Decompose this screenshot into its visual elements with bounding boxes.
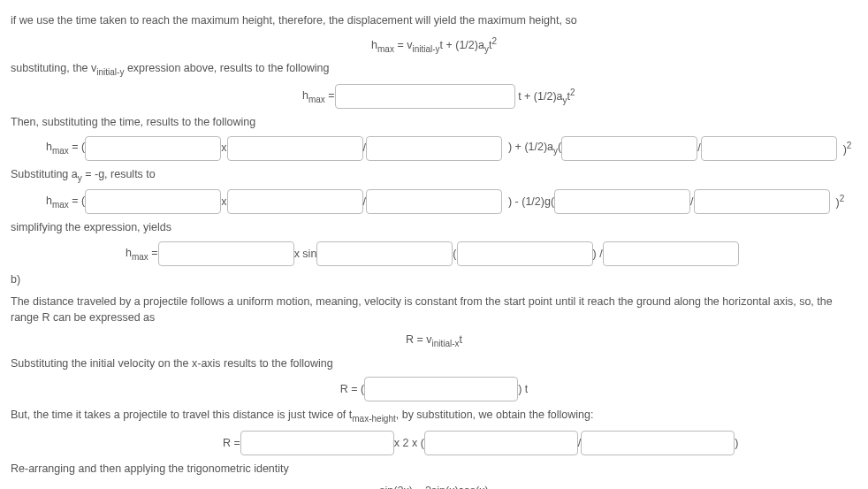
eq3-midtxt: ) + (1/2)a	[506, 141, 554, 153]
eq1-after: t + (1/2)a	[440, 39, 484, 51]
eq4-mid: ) - (1/2)g(	[502, 194, 554, 210]
line8-after: , by substitution, we obtain the followi…	[396, 409, 594, 421]
line2-after: expression above, results to the followi…	[124, 62, 329, 74]
eq9-text: sin(2x) = 2sin(x)cos(x)	[379, 483, 488, 489]
eq4-midtxt: ) - (1/2)g(	[506, 195, 555, 208]
line9-text: Re-arranging and then applying the trigo…	[11, 461, 857, 478]
equation-4-row: hmax = ( x / ) - (1/2)g( / )2	[46, 189, 857, 214]
line8-pre: But, the time it takes a projectile to t…	[11, 409, 352, 421]
eq3-input5[interactable]	[701, 136, 837, 161]
eq5-input4[interactable]	[603, 241, 739, 266]
line2-sub: initial-y	[96, 67, 124, 77]
eq3-input4[interactable]	[561, 136, 697, 161]
eq3-input3[interactable]	[366, 136, 502, 161]
eq5-xsin: x sin	[294, 246, 317, 263]
eq7-pre: R = (	[340, 381, 364, 398]
eq4-close: )2	[830, 192, 845, 211]
eq5-open: (	[453, 246, 456, 263]
eq5-input2[interactable]	[316, 241, 453, 266]
eq5-input3[interactable]	[457, 241, 593, 266]
eq4-input1[interactable]	[85, 189, 221, 214]
line7-text: Substituting the initial velocity on the…	[11, 355, 857, 372]
eq4-hmax: hmax = (	[46, 193, 85, 211]
eq3-input2[interactable]	[227, 136, 363, 161]
eq1-h: h	[371, 39, 377, 51]
eq1-max: max	[377, 43, 394, 53]
eq6-sub: initial-x	[431, 339, 459, 348]
eq5-input1[interactable]	[158, 241, 294, 266]
part-b-label: b)	[11, 271, 857, 288]
eq6-text: R = vinitial-xt	[406, 332, 462, 350]
eq8-pre: R =	[223, 435, 240, 452]
line8-text: But, the time it takes a projectile to t…	[11, 407, 857, 425]
eq4-input2[interactable]	[227, 189, 363, 214]
eq4-x: x	[221, 194, 226, 210]
equation-9: sin(2x) = 2sin(x)cos(x)	[11, 483, 857, 489]
eq2-mid: t + (1/2)ayt2	[515, 86, 575, 107]
eq2-hmax: hmax =	[302, 88, 335, 106]
eq3-mid: ) + (1/2)ay(	[502, 139, 561, 157]
equation-6: R = vinitial-xt	[11, 332, 857, 350]
eq3-closetxt: )	[840, 143, 847, 156]
eq8-mid: x 2 x (	[394, 435, 424, 452]
equation-3-row: hmax = ( x / ) + (1/2)ay( / )2	[46, 136, 857, 161]
eq2-sup: 2	[570, 88, 575, 97]
eq7-close: ) t	[518, 381, 528, 398]
equation-7-row: R = ( ) t	[11, 377, 857, 401]
line5-text: simplifying the expression, yields	[11, 219, 857, 236]
eq5-close: ) /	[593, 246, 603, 263]
eq4-closetxt: )	[833, 196, 840, 209]
eq4-input4[interactable]	[554, 189, 690, 214]
line4-text: Substituting ay = -g, results to	[11, 166, 857, 185]
eq4-input3[interactable]	[366, 189, 502, 214]
eq4-h: h	[46, 195, 52, 207]
line4-after: = -g, results to	[82, 168, 156, 180]
eq8-input3[interactable]	[581, 431, 735, 455]
equation-8-row: R = x 2 x ( / )	[223, 431, 857, 455]
eq5-eq: =	[148, 247, 158, 259]
eq3-close: )2	[837, 139, 852, 158]
eq8-close: )	[735, 435, 738, 452]
eq2-eq: =	[325, 89, 335, 102]
equation-5-row: hmax = x sin ( ) /	[126, 241, 857, 266]
eq2-h: h	[302, 89, 308, 102]
line2-pre: substituting, the v	[11, 62, 96, 74]
eq3-hmax: hmax = (	[46, 139, 85, 157]
line3-text: Then, substituting the time, results to …	[11, 114, 857, 131]
eq2-max: max	[308, 94, 325, 103]
line4-pre: Substituting a	[11, 168, 78, 180]
eq2-midtxt: t + (1/2)a	[518, 90, 562, 103]
line2-text: substituting, the vinitial-y expression …	[11, 60, 857, 79]
equation-2-row: hmax = t + (1/2)ayt2	[302, 84, 857, 109]
eq1-vinit: initial-y	[412, 43, 439, 53]
eq3-h: h	[46, 141, 52, 153]
eq4-eq: = (	[69, 195, 85, 207]
eq3-sup: 2	[847, 141, 852, 150]
eq3-max: max	[52, 146, 69, 156]
eq2-input1[interactable]	[335, 84, 515, 109]
eq4-max: max	[52, 199, 69, 209]
equation-1: hmax = vinitial-yt + (1/2)ayt2	[11, 34, 857, 56]
eq8-input2[interactable]	[424, 431, 578, 455]
eq8-input1[interactable]	[240, 431, 394, 455]
line8-sub: max-height	[352, 414, 395, 424]
eq3-x: x	[221, 140, 226, 157]
eq3-eq: = (	[69, 141, 85, 153]
eq1-sup2: 2	[491, 36, 497, 46]
eq6-pre: R = v	[406, 333, 432, 346]
eq5-max: max	[132, 251, 148, 261]
eq5-hmax: hmax =	[126, 245, 158, 264]
intro-text: if we use the time taken to reach the ma…	[11, 12, 857, 29]
eq1-mid: = v	[394, 39, 413, 51]
eq1-text: hmax = vinitial-yt + (1/2)ayt2	[371, 34, 497, 56]
eq6-after: t	[460, 333, 462, 346]
line6-text: The distance traveled by a projectile fo…	[11, 294, 857, 327]
eq4-sup: 2	[840, 194, 845, 203]
eq5-h: h	[126, 247, 132, 259]
eq7-input1[interactable]	[364, 377, 518, 401]
eq4-input5[interactable]	[694, 189, 830, 214]
eq3-input1[interactable]	[85, 136, 221, 161]
